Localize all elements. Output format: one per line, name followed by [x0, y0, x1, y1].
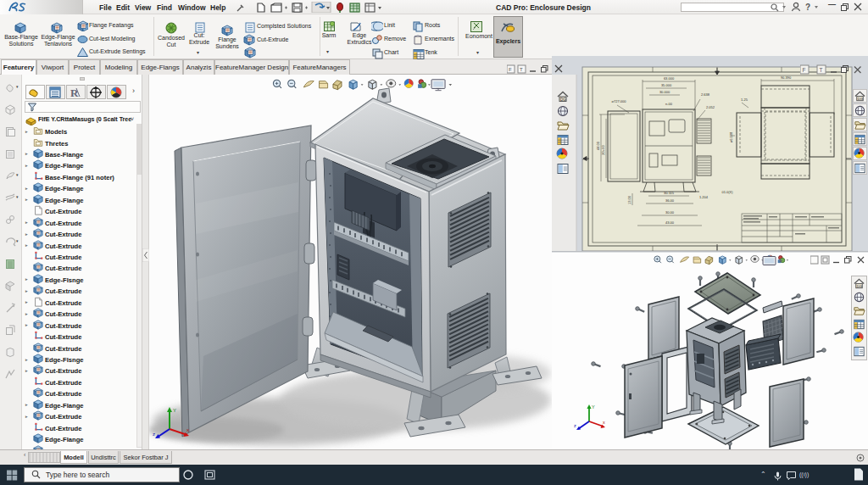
svg-text:z: z: [574, 423, 576, 428]
svg-text:30.000: 30.000: [659, 90, 670, 94]
svg-text:1.25: 1.25: [741, 98, 748, 102]
svg-text:30-115: 30-115: [664, 191, 675, 195]
svg-text:01.0(X): 01.0(X): [721, 190, 733, 194]
svg-text:13.00: 13.00: [627, 195, 632, 204]
svg-text:n.00: n.00: [665, 102, 673, 106]
svg-text:43.00: 43.00: [665, 220, 675, 225]
svg-text:Y: Y: [173, 408, 176, 413]
svg-text:⌀6.038: ⌀6.038: [729, 131, 733, 142]
svg-text:44.00: 44.00: [596, 141, 600, 150]
svg-text:20+00: 20+00: [601, 145, 605, 155]
svg-text:35.000: 35.000: [661, 83, 672, 87]
svg-text:T: T: [520, 67, 523, 72]
svg-text:30.00: 30.00: [665, 210, 675, 215]
svg-text:z: z: [153, 432, 155, 437]
svg-text:2.052: 2.052: [706, 105, 715, 109]
svg-text:2.638: 2.638: [701, 92, 710, 97]
svg-text:T: T: [820, 67, 823, 73]
svg-text:x: x: [186, 427, 189, 432]
svg-text:?: ?: [805, 3, 810, 12]
svg-text:36.00: 36.00: [665, 198, 675, 203]
svg-text:F: F: [509, 67, 512, 72]
svg-text:1.204: 1.204: [699, 195, 709, 199]
svg-text:x: x: [603, 420, 605, 425]
svg-text:⌀727.000: ⌀727.000: [612, 99, 627, 103]
svg-text:63.000: 63.000: [664, 76, 675, 81]
svg-text:Y: Y: [592, 404, 595, 410]
svg-text:90.390: 90.390: [781, 75, 792, 80]
svg-text:R: R: [70, 86, 79, 99]
svg-text:F: F: [803, 67, 806, 73]
